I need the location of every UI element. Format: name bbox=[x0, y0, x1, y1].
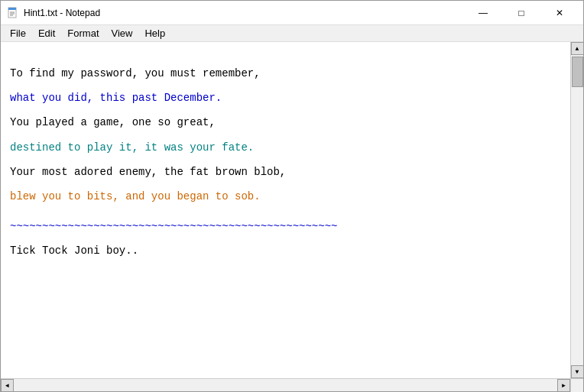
text-line bbox=[10, 48, 561, 53]
scroll-track-v[interactable] bbox=[571, 55, 583, 365]
scroll-left-button[interactable]: ◄ bbox=[1, 379, 14, 392]
close-button[interactable]: ✕ bbox=[542, 2, 577, 24]
text-line: Tick Tock Joni boy.. bbox=[10, 241, 561, 261]
text-line bbox=[10, 212, 561, 217]
text-area-container[interactable]: To find my password, you must remember, … bbox=[1, 42, 570, 378]
text-line bbox=[10, 53, 561, 59]
maximize-button[interactable]: □ bbox=[504, 2, 539, 24]
scroll-track-h[interactable] bbox=[14, 379, 557, 391]
text-line: what you did, this past December. bbox=[10, 89, 561, 108]
menu-help[interactable]: Help bbox=[138, 25, 171, 41]
text-line: You played a game, one so great, bbox=[10, 113, 561, 132]
svg-rect-1 bbox=[8, 8, 16, 10]
text-line: blew you to bits, and you began to sob. bbox=[10, 187, 561, 206]
horizontal-scrollbar-container: ◄ ► bbox=[1, 378, 583, 391]
main-area: To find my password, you must remember, … bbox=[1, 42, 583, 378]
menu-file[interactable]: File bbox=[4, 25, 32, 41]
notepad-window: Hint1.txt - Notepad — □ ✕ File Edit Form… bbox=[0, 0, 584, 392]
window-title: Hint1.txt - Notepad bbox=[24, 8, 100, 18]
text-line bbox=[10, 108, 561, 113]
menu-edit[interactable]: Edit bbox=[32, 25, 61, 41]
menu-format[interactable]: Format bbox=[61, 25, 105, 41]
text-content[interactable]: To find my password, you must remember, … bbox=[1, 42, 570, 378]
scroll-up-button[interactable]: ▲ bbox=[571, 42, 584, 55]
text-line bbox=[10, 133, 561, 138]
title-bar-left: Hint1.txt - Notepad bbox=[7, 7, 100, 19]
menu-bar: File Edit Format View Help bbox=[1, 25, 583, 42]
scrollbar-corner bbox=[570, 379, 583, 392]
menu-view[interactable]: View bbox=[105, 25, 139, 41]
text-line bbox=[10, 182, 561, 187]
scroll-right-button[interactable]: ► bbox=[557, 379, 570, 392]
minimize-button[interactable]: — bbox=[466, 2, 501, 24]
text-line bbox=[10, 83, 561, 89]
text-line: destined to play it, it was your fate. bbox=[10, 138, 561, 157]
text-line bbox=[10, 59, 561, 64]
app-icon bbox=[7, 7, 19, 19]
text-line bbox=[10, 206, 561, 212]
scroll-thumb-v[interactable] bbox=[572, 57, 583, 87]
vertical-scrollbar[interactable]: ▲ ▼ bbox=[570, 42, 583, 378]
text-line: Your most adored enemy, the fat brown bl… bbox=[10, 163, 561, 182]
text-line: To find my password, you must remember, bbox=[10, 64, 561, 83]
text-line bbox=[10, 157, 561, 163]
text-line: ~~~~~~~~~~~~~~~~~~~~~~~~~~~~~~~~~~~~~~~~… bbox=[10, 217, 561, 236]
title-bar: Hint1.txt - Notepad — □ ✕ bbox=[1, 1, 583, 25]
text-line bbox=[10, 236, 561, 241]
scroll-down-button[interactable]: ▼ bbox=[571, 365, 584, 378]
window-controls: — □ ✕ bbox=[466, 2, 577, 24]
